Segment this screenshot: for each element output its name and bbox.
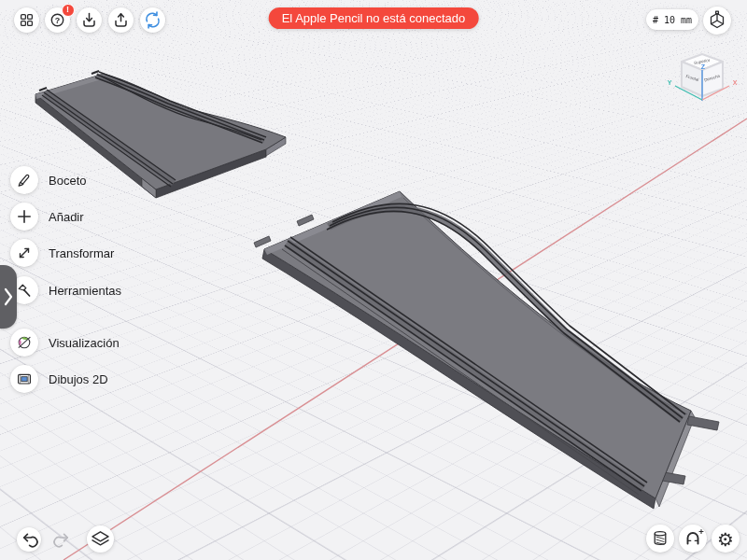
cad-app-window: ? ! — [0, 0, 747, 560]
undo-icon — [17, 527, 41, 552]
gizmo-z-label: Z — [701, 63, 706, 70]
settings-button[interactable]: ⚙ — [712, 525, 740, 553]
sidebar-item-label: Transformar — [49, 246, 114, 260]
alert-badge-text: ! — [66, 6, 69, 14]
track-tab — [687, 416, 719, 430]
sidebar-item-label: Añadir — [49, 210, 84, 224]
undo-button[interactable] — [17, 527, 41, 552]
pencil-disconnected-banner: El Apple Pencil no está conectado — [269, 7, 479, 29]
sidebar-item-label: Dibujos 2D — [49, 372, 108, 386]
sidebar-item-label: Herramientas — [49, 284, 121, 298]
settings-gear-icon: ⚙ — [712, 525, 740, 553]
export-button[interactable] — [108, 7, 134, 33]
sidebar-item-boceto[interactable]: Boceto — [10, 166, 86, 194]
sync-icon — [140, 7, 165, 33]
export-icon — [108, 7, 134, 33]
plus-icon — [10, 203, 38, 231]
alert-badge: ! — [62, 4, 75, 17]
layers-icon — [87, 525, 114, 553]
chevron-right-icon — [2, 286, 15, 308]
banner-text: El Apple Pencil no está conectado — [282, 11, 466, 25]
grid-size-pill[interactable]: # 10 mm — [646, 9, 698, 30]
svg-text:?: ? — [55, 16, 61, 25]
sidebar-item-label: Visualización — [49, 336, 120, 350]
view-cube[interactable]: Superior Frontal Derecha Z Y X — [655, 45, 747, 110]
model-track-large[interactable] — [254, 191, 719, 509]
snapping-button[interactable] — [679, 525, 707, 553]
sync-button[interactable] — [140, 7, 165, 33]
track-tab — [254, 236, 271, 247]
track-tab — [297, 215, 314, 226]
visual-style-button[interactable] — [646, 525, 674, 553]
orientation-button[interactable] — [703, 7, 731, 35]
redo-icon — [50, 527, 75, 552]
import-icon — [77, 7, 102, 33]
sidebar-item-anadir[interactable]: Añadir — [10, 203, 84, 231]
grid-size-text: # 10 mm — [653, 15, 692, 25]
svg-text:⚙: ⚙ — [717, 528, 734, 551]
gizmo-y-label: Y — [668, 79, 672, 86]
sidebar-item-transformar[interactable]: Transformar — [10, 239, 114, 267]
apps-grid-button[interactable] — [14, 7, 39, 33]
sketch-pencil-icon — [10, 166, 38, 194]
sidebar-item-visualizacion[interactable]: Visualización — [10, 329, 120, 357]
sidebar-item-dibujos-2d[interactable]: Dibujos 2D — [10, 365, 108, 393]
gizmo-x-label: X — [733, 79, 738, 86]
isolate-layers-button[interactable] — [87, 525, 114, 553]
sidebar-item-label: Boceto — [49, 174, 86, 188]
axis-cube-icon — [703, 7, 731, 35]
panel-expand-handle[interactable] — [0, 265, 17, 329]
shaded-view-icon — [646, 525, 674, 553]
redo-button[interactable] — [50, 527, 75, 552]
sidebar-item-herramientas[interactable]: Herramientas — [10, 276, 121, 304]
drawing-sheet-icon — [10, 365, 38, 393]
transform-arrows-icon — [10, 239, 38, 267]
import-button[interactable] — [77, 7, 102, 33]
apps-grid-icon — [14, 7, 39, 33]
appearance-sphere-icon — [10, 329, 38, 357]
snap-magnet-icon — [679, 525, 707, 553]
